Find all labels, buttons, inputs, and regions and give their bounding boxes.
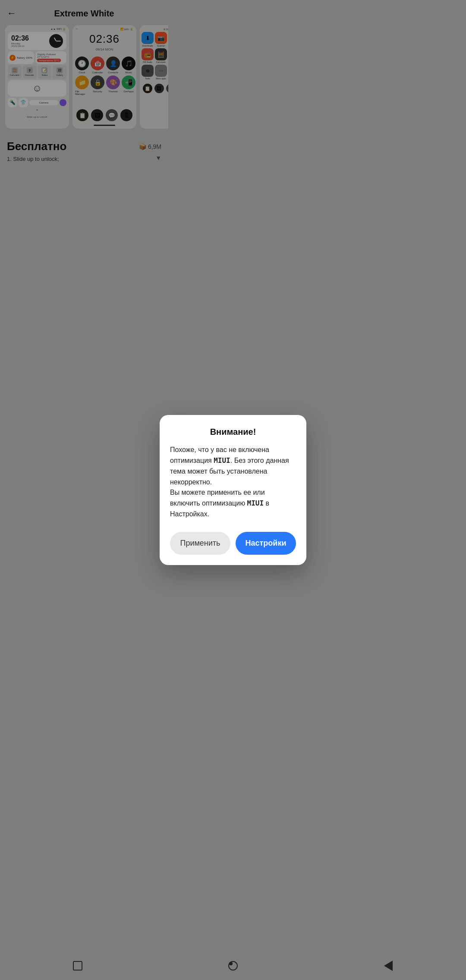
dialog-overlay: Внимание! Похоже, что у вас не включена … <box>0 0 168 354</box>
